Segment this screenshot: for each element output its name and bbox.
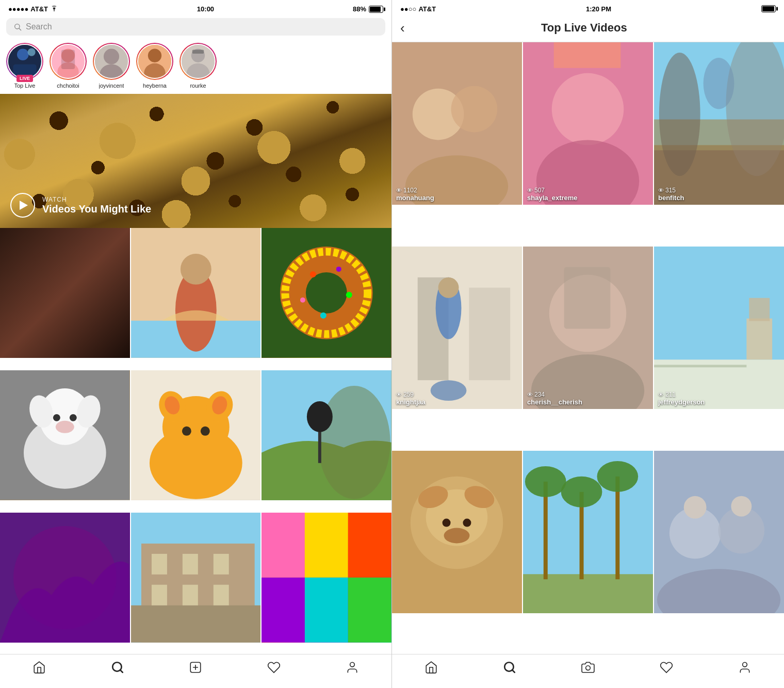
live-cell-knightjaa[interactable]: 👁 259 knightjaa <box>392 247 522 450</box>
right-header: ‹ Top Live Videos <box>392 16 784 42</box>
live-cell-group[interactable] <box>654 451 784 654</box>
grid-cell-cat[interactable] <box>131 370 261 500</box>
grid-cell-shadow[interactable] <box>0 228 130 358</box>
live-cell-shayla[interactable]: 👁 507 shayla_extreme <box>523 42 653 245</box>
nav-person[interactable] <box>346 661 359 678</box>
svg-point-38 <box>53 414 60 421</box>
eye-icon-monahuang: 👁 <box>396 187 402 193</box>
right-bottom-nav <box>392 654 784 688</box>
live-username-shayla: shayla_extreme <box>527 194 649 202</box>
right-panel: ●●○○ AT&T 1:20 PM ‹ Top Live Videos <box>392 0 784 688</box>
grid-cell-building[interactable] <box>131 513 261 643</box>
story-item-joyvincent[interactable]: joyvincent <box>93 43 130 89</box>
grid-cell-purple[interactable] <box>0 513 130 643</box>
hero-cookies-image[interactable]: WATCH Videos You Might Like <box>0 94 391 228</box>
grid-cell-woman-beach[interactable] <box>131 228 261 358</box>
grid-cell-colorful[interactable] <box>262 513 391 643</box>
nav-home[interactable] <box>32 661 46 678</box>
svg-point-31 <box>300 298 305 303</box>
eye-icon-jeffreyd: 👁 <box>658 391 664 398</box>
svg-point-30 <box>346 292 352 298</box>
left-status-left: ●●●●● AT&T <box>8 5 58 13</box>
live-cell-monahuang[interactable]: 👁 1102 monahuang <box>392 42 522 245</box>
eye-icon-benfitch: 👁 <box>658 187 664 193</box>
svg-rect-104 <box>746 319 772 360</box>
grid-cell-woman-hill[interactable] <box>262 370 391 500</box>
watch-text: WATCH Videos You Might Like <box>42 196 151 215</box>
username-rourke: rourke <box>190 83 206 89</box>
search-placeholder: Search <box>26 22 52 31</box>
svg-point-122 <box>597 461 638 492</box>
story-item-rourke[interactable]: rourke <box>179 43 217 89</box>
heyberna-avatar <box>138 44 171 79</box>
story-ring-joyvincent <box>93 43 130 80</box>
watch-label: WATCH <box>42 196 151 203</box>
live-badge: LIVE <box>17 75 33 82</box>
live-videos-grid: 👁 1102 monahuang <box>392 42 784 654</box>
left-status-bar: ●●●●● AT&T 10:00 88% <box>0 0 391 16</box>
live-viewers-monahuang: 👁 1102 <box>396 187 518 194</box>
grid-cell-dog[interactable] <box>0 370 130 500</box>
dog-graphic <box>0 370 130 500</box>
live-cell-palms[interactable] <box>523 451 653 654</box>
nav-search[interactable] <box>111 661 124 678</box>
back-button[interactable]: ‹ <box>400 21 405 35</box>
story-item-chchoitoi[interactable]: chchoitoi <box>50 43 87 89</box>
svg-point-40 <box>56 421 74 433</box>
svg-line-73 <box>120 670 123 673</box>
svg-rect-62 <box>213 554 228 575</box>
svg-point-131 <box>586 666 591 670</box>
live-bg-knightjaa <box>392 247 522 409</box>
svg-point-28 <box>310 271 316 277</box>
svg-rect-106 <box>654 365 746 367</box>
viewers-count-cherish: 234 <box>534 391 545 398</box>
svg-point-48 <box>182 427 191 436</box>
svg-line-1 <box>19 28 21 30</box>
building-graphic <box>131 513 261 643</box>
live-bg-palms <box>523 451 653 613</box>
right-nav-search[interactable] <box>503 661 516 678</box>
svg-point-114 <box>444 528 470 544</box>
svg-point-3 <box>17 49 29 61</box>
story-item-heyberna[interactable]: heyberna <box>136 43 173 89</box>
group-bg <box>654 451 784 613</box>
live-cell-jeffreyd[interactable]: 👁 211 jeffreydgerson <box>654 247 784 450</box>
live-bg-benfitch <box>654 42 784 205</box>
viewers-count-knightjaa: 259 <box>403 391 414 398</box>
right-nav-person[interactable] <box>738 661 752 678</box>
grid-cell-donut[interactable] <box>262 228 391 358</box>
svg-point-80 <box>451 86 498 133</box>
donut-graphic <box>262 228 391 358</box>
live-info-shayla: 👁 507 shayla_extreme <box>523 184 653 205</box>
right-nav-camera[interactable] <box>581 661 595 678</box>
search-bar[interactable]: Search <box>6 18 385 36</box>
play-button[interactable] <box>10 193 35 218</box>
story-item-top-live[interactable]: LIVE Top Live <box>6 43 43 89</box>
svg-point-97 <box>438 277 459 298</box>
live-bg-group <box>654 451 784 613</box>
right-status-right <box>761 5 776 13</box>
svg-point-127 <box>684 496 707 519</box>
svg-rect-66 <box>262 513 305 578</box>
live-cell-benfitch[interactable]: 👁 315 benfitch <box>654 42 784 245</box>
left-bottom-nav <box>0 654 391 688</box>
username-joyvincent: joyvincent <box>99 83 124 89</box>
username-heyberna: heyberna <box>143 83 167 89</box>
live-cell-cherish[interactable]: 👁 234 cherish__cherish <box>523 247 653 450</box>
svg-rect-9 <box>61 50 75 69</box>
svg-point-32 <box>320 313 326 319</box>
live-cell-inner-group <box>654 451 784 613</box>
search-icon <box>13 23 22 31</box>
live-cell-dog2[interactable] <box>392 451 522 654</box>
left-status-right: 88% <box>353 5 383 13</box>
top-live-avatar-graphic <box>8 44 41 79</box>
right-nav-home[interactable] <box>424 661 438 678</box>
svg-point-112 <box>443 519 451 527</box>
nav-heart[interactable] <box>267 661 281 678</box>
right-nav-heart[interactable] <box>660 661 673 678</box>
live-bg-jeffreyd <box>654 247 784 409</box>
battery-icon <box>369 6 383 13</box>
username-top-live: Top Live <box>14 83 36 89</box>
carrier-name: AT&T <box>30 5 48 13</box>
nav-add[interactable] <box>189 661 202 678</box>
